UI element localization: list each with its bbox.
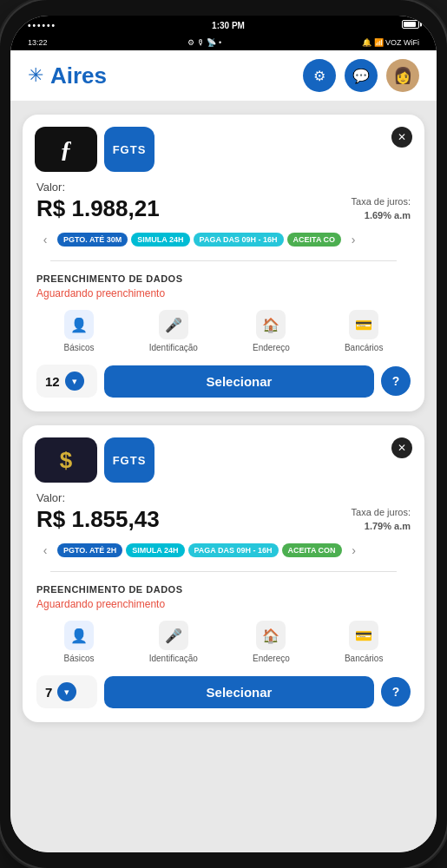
logo-area: ✳ Aires xyxy=(28,62,107,89)
tag-pgto-1: PGTO. ATÉ 30M xyxy=(57,233,128,247)
actions-row-1: 12 ▾ Selecionar ? xyxy=(36,365,411,398)
taxa-value-1: 1.69% a.m xyxy=(365,210,411,220)
valor-amount-2: R$ 1.855,43 xyxy=(36,506,160,533)
taxa-label-2: Taxa de juros: xyxy=(352,507,411,517)
tags-prev-2[interactable]: ‹ xyxy=(36,542,54,559)
local-time: 13:22 xyxy=(28,38,48,47)
fgts-badge-2: FGTS xyxy=(104,437,154,483)
brand-icon-1: ƒ xyxy=(60,135,72,163)
number-value-2: 7 xyxy=(45,685,52,700)
step-bancarios-1: 💳 Bancários xyxy=(345,310,383,352)
filter-button[interactable]: ⚙ xyxy=(303,59,336,92)
taxa-block-2: Taxa de juros: 1.79% a.m xyxy=(352,506,411,533)
divider-1 xyxy=(50,260,397,261)
network-icons: 🔔 📶 VOZ WiFi xyxy=(362,38,419,47)
awaiting-text-2: Aguardando preenchimento xyxy=(36,598,411,610)
step-label-basicos-1: Básicos xyxy=(64,343,95,352)
step-label-bancarios-2: Bancários xyxy=(345,654,383,663)
tag-aceita-2: ACEITA CON xyxy=(282,543,342,557)
logo-text: Aires xyxy=(50,62,107,89)
card-body-1: Valor: R$ 1.988,21 Taxa de juros: 1.69% … xyxy=(23,181,424,398)
card-body-2: Valor: R$ 1.855,43 Taxa de juros: 1.79% … xyxy=(23,491,424,708)
step-endereco-2: 🏠 Endereço xyxy=(253,621,290,663)
select-button-2[interactable]: Selecionar xyxy=(104,676,374,708)
loan-card-1: ƒ FGTS ✕ Valor: R$ 1.988,21 Taxa d xyxy=(23,115,424,411)
divider-2 xyxy=(50,571,397,572)
brand-logo-1: ƒ xyxy=(35,127,97,172)
fgts-label-2: FGTS xyxy=(113,454,147,467)
system-icons: ⚙ 🎙 📡 • xyxy=(187,38,221,47)
step-icon-endereco-2: 🏠 xyxy=(256,621,286,650)
signal-dots: •••••• xyxy=(28,21,56,30)
app-header: ✳ Aires ⚙ 💬 👩 xyxy=(10,50,437,101)
step-label-bancarios-1: Bancários xyxy=(345,343,383,352)
select-button-1[interactable]: Selecionar xyxy=(104,365,374,398)
step-label-endereco-2: Endereço xyxy=(253,654,290,663)
step-basicos-2: 👤 Básicos xyxy=(64,621,95,663)
step-basicos-1: 👤 Básicos xyxy=(64,310,95,352)
number-value-1: 12 xyxy=(45,374,60,389)
content-area: ƒ FGTS ✕ Valor: R$ 1.988,21 Taxa d xyxy=(10,101,437,852)
tags-next-1[interactable]: › xyxy=(345,231,362,248)
brand-icon-2: $ xyxy=(60,447,72,474)
actions-row-2: 7 ▾ Selecionar ? xyxy=(36,675,411,708)
tags-row-2: ‹ PGTO. ATÉ 2H SIMULA 24H PAGA DAS 09H -… xyxy=(36,542,411,559)
loan-card-2: $ FGTS ✕ Valor: R$ 1.855,43 Taxa d xyxy=(23,425,424,722)
tag-simula-2: SIMULA 24H xyxy=(126,543,184,557)
step-icon-basicos-2: 👤 xyxy=(64,621,94,650)
battery-area xyxy=(400,20,419,30)
close-card-2-button[interactable]: ✕ xyxy=(391,437,412,458)
section-title-2: PREENCHIMENTO DE DADOS xyxy=(36,584,411,595)
step-icon-bancarios-2: 💳 xyxy=(349,621,378,650)
steps-row-2: 👤 Básicos 🎤 Identificação 🏠 Endereço xyxy=(36,621,411,663)
messages-button[interactable]: 💬 xyxy=(345,59,378,92)
steps-row-1: 👤 Básicos 🎤 Identificação 🏠 Endereço xyxy=(36,310,411,352)
time-display: 1:30 PM xyxy=(212,21,245,30)
number-dropdown-2[interactable]: ▾ xyxy=(57,682,76,701)
step-label-identificacao-2: Identificação xyxy=(149,654,198,663)
valor-taxa-row-2: Valor: R$ 1.855,43 Taxa de juros: 1.79% … xyxy=(36,491,411,533)
step-icon-basicos-1: 👤 xyxy=(64,310,94,339)
help-button-2[interactable]: ? xyxy=(381,677,411,707)
avatar-button[interactable]: 👩 xyxy=(386,59,419,92)
filter-icon: ⚙ xyxy=(313,68,325,84)
step-label-endereco-1: Endereço xyxy=(253,343,290,352)
fgts-badge-1: FGTS xyxy=(104,127,154,172)
step-label-identificacao-1: Identificação xyxy=(149,343,198,352)
message-icon: 💬 xyxy=(352,68,370,84)
phone-screen: •••••• 1:30 PM 13:22 ⚙ 🎙 📡 • 🔔 📶 VOZ WiF… xyxy=(10,16,437,852)
status-bar-top: •••••• 1:30 PM xyxy=(10,16,437,35)
valor-label-1: Valor: xyxy=(36,181,160,194)
header-actions: ⚙ 💬 👩 xyxy=(303,59,419,92)
status-bar-bottom: 13:22 ⚙ 🎙 📡 • 🔔 📶 VOZ WiFi xyxy=(10,35,437,50)
valor-amount-1: R$ 1.988,21 xyxy=(36,195,160,222)
tags-next-2[interactable]: › xyxy=(345,542,363,559)
valor-taxa-row-1: Valor: R$ 1.988,21 Taxa de juros: 1.69% … xyxy=(36,181,411,222)
battery-icon xyxy=(400,20,419,30)
step-identificacao-2: 🎤 Identificação xyxy=(149,621,198,663)
number-dropdown-1[interactable]: ▾ xyxy=(65,372,84,391)
tag-paga-2: PAGA DAS 09H - 16H xyxy=(188,543,279,557)
close-card-1-button[interactable]: ✕ xyxy=(391,127,412,148)
number-select-1[interactable]: 12 ▾ xyxy=(36,365,97,398)
tag-aceita-1: ACEITA CO xyxy=(287,233,342,247)
valor-block-1: Valor: R$ 1.988,21 xyxy=(36,181,160,222)
logo-icon: ✳ xyxy=(28,64,43,87)
step-icon-identificacao-1: 🎤 xyxy=(159,310,188,339)
section-title-1: PREENCHIMENTO DE DADOS xyxy=(36,273,411,284)
card-top-2: $ FGTS ✕ xyxy=(23,425,424,491)
tag-simula-1: SIMULA 24H xyxy=(131,233,189,247)
step-icon-identificacao-2: 🎤 xyxy=(159,621,188,650)
awaiting-text-1: Aguardando preenchimento xyxy=(36,287,411,299)
help-button-1[interactable]: ? xyxy=(381,366,411,396)
valor-label-2: Valor: xyxy=(36,491,160,504)
valor-block-2: Valor: R$ 1.855,43 xyxy=(36,491,160,533)
taxa-label-1: Taxa de juros: xyxy=(352,196,411,207)
number-select-2[interactable]: 7 ▾ xyxy=(36,675,97,708)
tags-prev-1[interactable]: ‹ xyxy=(36,231,54,248)
step-endereco-1: 🏠 Endereço xyxy=(253,310,290,352)
avatar-image: 👩 xyxy=(393,66,412,85)
fgts-label-1: FGTS xyxy=(113,143,147,156)
step-icon-bancarios-1: 💳 xyxy=(349,310,378,339)
tag-paga-1: PAGA DAS 09H - 16H xyxy=(194,233,284,247)
